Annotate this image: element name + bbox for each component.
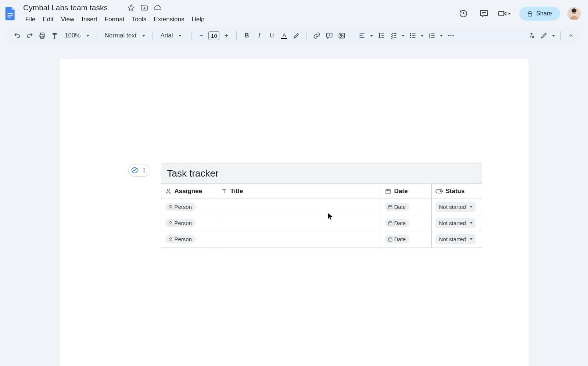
add-comment-button[interactable] [324,30,335,41]
undo-button[interactable] [12,30,23,41]
editing-mode-button[interactable] [538,30,549,41]
checklist-button[interactable] [388,30,399,41]
cell-title[interactable] [217,199,381,215]
calendar-icon [388,237,393,242]
bold-button[interactable]: B [241,30,252,41]
bulleted-list-dropdown[interactable] [420,30,425,41]
menu-view[interactable]: View [58,14,78,25]
status-icon [435,189,443,194]
col-header-status[interactable]: Status [432,184,483,199]
building-block-pill[interactable] [128,164,150,177]
zoom-value: 100% [65,32,80,39]
svg-rect-0 [8,13,13,14]
document-page[interactable]: Task tracker Assignee Title [60,59,528,366]
status-chip[interactable]: Not started [435,234,476,244]
cell-date[interactable]: Date [381,199,432,215]
numbered-list-dropdown[interactable] [439,30,444,41]
task-tracker-table[interactable]: Task tracker Assignee Title [161,163,482,247]
font-size-increase[interactable] [221,30,232,41]
collapse-toolbar-button[interactable] [565,30,576,41]
block-more-icon[interactable] [140,166,148,175]
date-chip[interactable]: Date [385,203,410,211]
col-header-title[interactable]: Title [217,184,381,199]
insert-image-button[interactable] [336,30,347,41]
doc-title-row [21,3,208,13]
meet-dropdown[interactable] [498,7,512,20]
font-size-input[interactable] [208,31,219,40]
svg-point-21 [167,189,169,191]
menu-extensions[interactable]: Extensions [150,14,187,25]
editing-mode-dropdown[interactable] [551,30,556,41]
redo-button[interactable] [24,30,35,41]
bulleted-list-button[interactable] [407,30,418,41]
cell-assignee[interactable]: Person [161,215,217,231]
top-right-actions: Share [457,7,581,21]
svg-point-18 [143,168,144,169]
svg-point-12 [410,35,411,36]
date-chip[interactable]: Date [385,235,410,243]
clear-formatting-button[interactable] [526,30,537,41]
star-icon[interactable] [127,4,135,12]
status-chip-label: Not started [439,220,466,226]
text-color-button[interactable]: A [279,30,290,41]
zoom-dropdown[interactable]: 100% [62,30,92,41]
tracker-title[interactable]: Task tracker [161,163,482,184]
doc-title-input[interactable] [21,3,122,13]
italic-button[interactable]: I [254,30,265,41]
col-header-date[interactable]: Date [381,184,432,199]
cell-assignee[interactable]: Person [161,231,217,247]
history-icon[interactable] [457,7,470,20]
menu-format[interactable]: Format [101,14,128,25]
cell-assignee[interactable]: Person [161,199,217,215]
cell-status[interactable]: Not started [432,199,483,215]
print-button[interactable] [37,30,48,41]
cell-date[interactable]: Date [381,215,432,231]
cloud-saved-icon[interactable] [154,4,162,12]
avatar[interactable] [567,7,581,20]
insert-link-button[interactable] [311,30,322,41]
highlight-button[interactable] [291,30,302,41]
numbered-list-button[interactable] [426,30,437,41]
svg-rect-4 [528,13,532,16]
person-chip[interactable]: Person [165,219,196,227]
menu-file[interactable]: File [22,14,39,25]
date-chip-label: Date [394,236,406,242]
checklist-dropdown[interactable] [401,30,406,41]
text-format-icon [221,188,227,195]
move-icon[interactable] [140,4,148,12]
comments-icon[interactable] [477,7,491,20]
more-toolbar-button[interactable] [445,30,456,41]
person-chip[interactable]: Person [165,235,196,243]
person-icon [165,188,172,195]
menu-help[interactable]: Help [188,14,208,25]
cell-title[interactable] [217,215,381,231]
cell-status[interactable]: Not started [432,215,483,231]
menu-edit[interactable]: Edit [39,14,57,25]
underline-button[interactable]: U [266,30,277,41]
svg-rect-22 [386,189,390,194]
menu-insert[interactable]: Insert [78,14,101,25]
font-family-dropdown[interactable]: Arial [157,30,187,41]
docs-logo[interactable] [4,5,17,22]
font-size-decrease[interactable] [196,30,207,41]
menu-tools[interactable]: Tools [129,14,150,25]
cell-title[interactable] [217,231,381,247]
paragraph-style-dropdown[interactable]: Normal text [101,30,148,41]
paragraph-style-value: Normal text [104,32,136,39]
line-spacing-button[interactable] [376,30,387,41]
person-chip[interactable]: Person [165,203,196,211]
col-header-assignee[interactable]: Assignee [161,184,217,199]
tracker-rows: Person Date Not started Person [161,199,482,247]
align-button[interactable] [356,30,368,41]
status-chip[interactable]: Not started [435,202,476,212]
person-chip-label: Person [175,236,192,242]
menubar: File Edit View Insert Format Tools Exten… [22,14,208,25]
table-row: Person Date Not started [161,215,482,231]
date-chip[interactable]: Date [385,219,410,227]
cell-status[interactable]: Not started [432,231,483,247]
status-chip[interactable]: Not started [435,218,476,228]
paint-format-button[interactable] [49,30,60,41]
share-button[interactable]: Share [519,7,560,21]
align-dropdown[interactable] [369,30,374,41]
cell-date[interactable]: Date [381,231,432,247]
